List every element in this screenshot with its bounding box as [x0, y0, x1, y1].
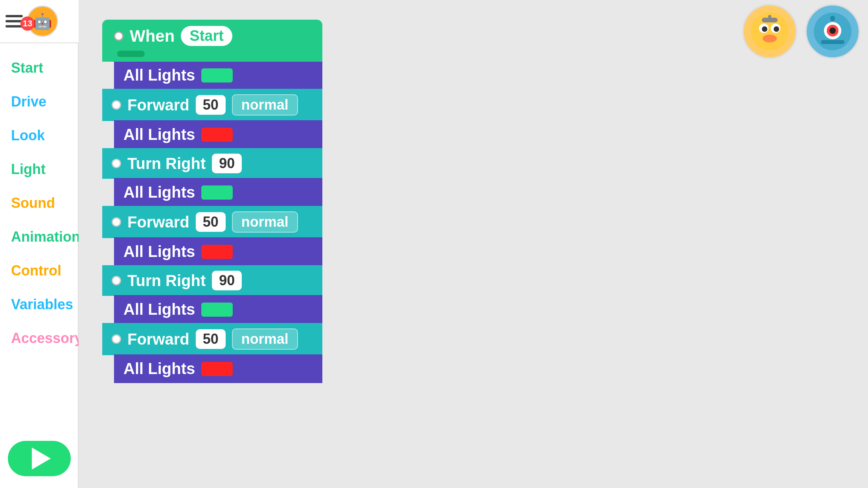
svg-rect-13	[830, 16, 835, 21]
color-swatch-green-2[interactable]	[201, 185, 233, 200]
when-start-block[interactable]: When Start	[102, 20, 322, 62]
color-swatch-red-1[interactable]	[201, 128, 233, 142]
all-lights-label-4: All Lights	[123, 243, 195, 261]
svg-point-11	[829, 28, 836, 34]
svg-rect-12	[821, 40, 844, 44]
sidebar-item-start[interactable]: Start	[0, 51, 78, 85]
small-bar	[117, 51, 145, 57]
connector-dot	[114, 31, 123, 41]
hamburger-menu[interactable]	[6, 15, 23, 28]
all-lights-label-2: All Lights	[123, 126, 195, 143]
forward-block-2[interactable]: Forward 50 normal	[102, 206, 322, 238]
svg-point-3	[762, 26, 767, 32]
sidebar-item-accessory[interactable]: Accessory	[0, 321, 78, 355]
forward-number-1[interactable]: 50	[196, 95, 226, 115]
sidebar-item-animations[interactable]: Animations	[0, 220, 78, 254]
color-swatch-red-2[interactable]	[201, 245, 233, 259]
all-lights-label-3: All Lights	[123, 183, 195, 201]
all-lights-block-2[interactable]: All Lights	[114, 120, 322, 149]
turn-label-2: Turn Right	[127, 272, 206, 290]
all-lights-block-5[interactable]: All Lights	[114, 295, 322, 324]
turn-number-2[interactable]: 90	[212, 271, 242, 290]
svg-rect-7	[768, 15, 771, 19]
all-lights-block-3[interactable]: All Lights	[114, 178, 322, 207]
block-stack: When Start All Lights Forward 50 normal …	[102, 20, 322, 383]
connector-dot-1	[112, 100, 121, 110]
svg-point-4	[774, 26, 779, 32]
turn-right-block-1[interactable]: Turn Right 90	[102, 148, 322, 179]
robot-avatar-1[interactable]	[742, 4, 797, 59]
robot-avatar-2[interactable]	[805, 4, 860, 59]
sidebar-item-light[interactable]: Light	[0, 152, 78, 186]
main-canvas: When Start All Lights Forward 50 normal …	[79, 0, 868, 488]
connector-dot-4	[112, 276, 121, 285]
all-lights-label-6: All Lights	[123, 360, 195, 378]
turn-right-block-2[interactable]: Turn Right 90	[102, 265, 322, 296]
sidebar: 13 🤖 Start Drive Look Light Sound Animat…	[0, 0, 79, 488]
all-lights-block-1[interactable]: All Lights	[114, 61, 322, 90]
sidebar-item-variables[interactable]: Variables	[0, 288, 78, 321]
start-pill[interactable]: Start	[181, 26, 232, 46]
turn-label-1: Turn Right	[127, 155, 206, 172]
turn-number-1[interactable]: 90	[212, 154, 242, 173]
forward-speed-3[interactable]: normal	[232, 328, 298, 350]
sidebar-item-look[interactable]: Look	[0, 119, 78, 152]
forward-speed-1[interactable]: normal	[232, 94, 298, 116]
robot-avatars	[742, 4, 860, 59]
connector-dot-5	[112, 334, 121, 344]
notification-badge: 13	[20, 17, 35, 31]
forward-label-2: Forward	[127, 213, 189, 231]
connector-dot-2	[112, 159, 121, 168]
forward-number-3[interactable]: 50	[196, 329, 226, 349]
color-swatch-green-1[interactable]	[201, 68, 233, 83]
play-icon	[32, 448, 51, 470]
play-button[interactable]	[8, 441, 71, 476]
all-lights-block-6[interactable]: All Lights	[114, 354, 322, 383]
when-label: When	[130, 27, 175, 46]
svg-point-5	[763, 35, 777, 42]
all-lights-block-4[interactable]: All Lights	[114, 237, 322, 266]
top-bar: 13 🤖	[0, 0, 79, 43]
forward-label-3: Forward	[127, 330, 189, 348]
all-lights-label-5: All Lights	[123, 301, 195, 318]
forward-speed-2[interactable]: normal	[232, 211, 298, 233]
sidebar-item-control[interactable]: Control	[0, 254, 78, 288]
color-swatch-green-3[interactable]	[201, 303, 233, 317]
connector-dot-3	[112, 217, 121, 227]
color-swatch-red-3[interactable]	[201, 362, 233, 376]
forward-block-1[interactable]: Forward 50 normal	[102, 89, 322, 121]
forward-number-2[interactable]: 50	[196, 212, 226, 232]
forward-label-1: Forward	[127, 96, 189, 114]
sidebar-item-sound[interactable]: Sound	[0, 186, 78, 220]
sidebar-item-drive[interactable]: Drive	[0, 85, 78, 119]
forward-block-3[interactable]: Forward 50 normal	[102, 323, 322, 355]
all-lights-label-1: All Lights	[123, 66, 195, 84]
